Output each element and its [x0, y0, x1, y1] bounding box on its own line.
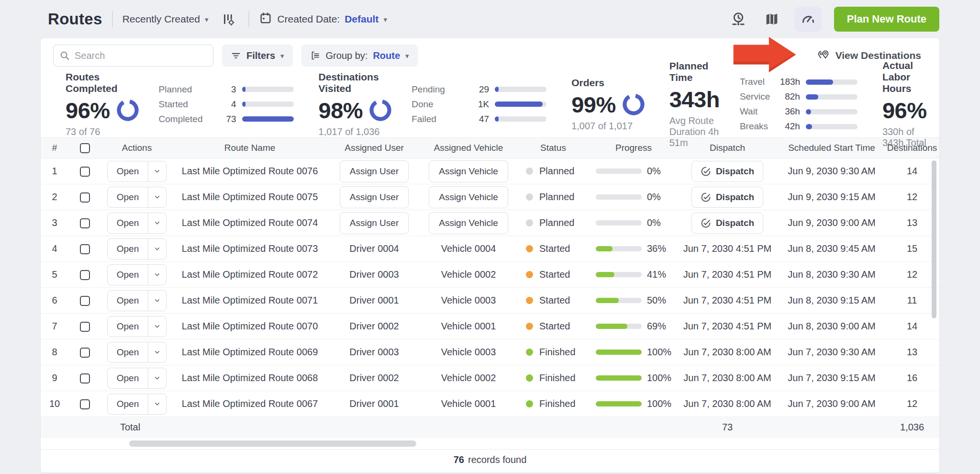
col-header-assigned-vehicle: Assigned Vehicle [422, 138, 515, 158]
kpi-bar-track [495, 116, 546, 122]
created-date-filter[interactable]: Created Date: Default ▾ [259, 11, 387, 27]
map-icon[interactable] [761, 9, 782, 30]
row-checkbox[interactable] [80, 244, 90, 254]
dispatch-button[interactable]: Dispatch [691, 161, 763, 182]
assigned-user[interactable]: Assign User [340, 186, 409, 208]
chevron-down-icon[interactable] [148, 368, 166, 388]
open-button[interactable]: Open [107, 264, 167, 285]
chevron-down-icon[interactable] [148, 316, 166, 337]
status-label: Planned [539, 217, 574, 228]
dispatch-button[interactable]: Dispatch [691, 213, 763, 234]
location-history-icon[interactable] [728, 9, 749, 30]
kpi-planned-time: Planned Time 343h Avg Route Duration 4h … [657, 76, 870, 133]
scheduled-start-time: Jun 7, 2030 9:15 AM [779, 365, 885, 391]
row-checkbox[interactable] [80, 322, 90, 332]
kpi-bar-track [806, 79, 858, 85]
open-button[interactable]: Open [107, 342, 167, 363]
col-header-scheduled-start: Scheduled Start Time [779, 138, 885, 158]
chevron-down-icon[interactable] [148, 187, 166, 207]
group-by-value: Route [373, 50, 400, 61]
open-button[interactable]: Open [107, 368, 167, 389]
status-label: Started [539, 243, 570, 254]
route-name: Last Mile Optimized Route 0073 [173, 236, 327, 262]
row-checkbox[interactable] [80, 296, 90, 306]
table-row: 2 Open Last Mile Optimized Route 0075 As… [41, 184, 939, 210]
dashboard-gauge-icon[interactable] [795, 7, 822, 32]
scheduled-start-time: Jun 7, 2030 9:00 AM [779, 391, 885, 417]
sort-dropdown[interactable]: Recently Created ▾ [122, 13, 209, 25]
caret-down-icon: ▾ [280, 52, 284, 59]
row-checkbox[interactable] [80, 218, 90, 228]
status-dot [526, 168, 533, 175]
chevron-down-icon[interactable] [148, 265, 166, 285]
scheduled-start-time: Jun 8, 2030 9:45 AM [779, 236, 885, 262]
open-button[interactable]: Open [107, 290, 167, 311]
open-label: Open [108, 161, 148, 181]
plan-new-route-button[interactable]: Plan New Route [834, 7, 939, 32]
group-by-button[interactable]: Group by: Route ▾ [301, 45, 418, 67]
open-button[interactable]: Open [107, 187, 167, 208]
dispatch-time: Jun 7, 2030 8:00 AM [683, 372, 771, 383]
kpi-bar-value: 3 [216, 84, 236, 95]
table-body: 1 Open Last Mile Optimized Route 0076 As… [41, 158, 939, 417]
created-date-label: Created Date: [277, 13, 340, 25]
table-toolbar: Filters ▾ Group by: Route ▾ [41, 38, 939, 73]
progress-bar [596, 169, 642, 174]
assigned-vehicle[interactable]: Assign Vehicle [429, 212, 508, 234]
destinations-pins-icon [816, 49, 831, 62]
row-checkbox[interactable] [80, 373, 90, 384]
dispatch-time: Jun 7, 2030 4:51 PM [683, 321, 772, 331]
columns-settings-icon[interactable] [218, 9, 239, 30]
kpi-value: 343h [669, 86, 720, 113]
scheduled-start-time: Jun 7, 2030 9:30 AM [779, 339, 885, 365]
open-button[interactable]: Open [107, 161, 167, 182]
col-header-status: Status [515, 138, 591, 158]
dispatch-time: Jun 7, 2030 8:00 AM [683, 398, 771, 409]
kpi-value: 99% [571, 91, 616, 118]
progress-bar [596, 375, 642, 381]
open-button[interactable]: Open [107, 394, 167, 415]
chevron-down-icon[interactable] [148, 291, 166, 311]
row-checkbox[interactable] [80, 399, 90, 409]
progress-value: 50% [647, 295, 666, 306]
kpi-mini-bars: Pending29Done1KFailed47 [412, 84, 546, 124]
assigned-user[interactable]: Assign User [340, 160, 409, 182]
row-checkbox[interactable] [80, 167, 90, 177]
open-button[interactable]: Open [107, 238, 167, 260]
progress-value: 100% [647, 347, 671, 358]
row-checkbox[interactable] [80, 270, 90, 280]
chevron-down-icon[interactable] [148, 213, 166, 233]
route-name: Last Mile Optimized Route 0070 [173, 314, 327, 339]
chevron-down-icon[interactable] [148, 394, 166, 414]
assigned-vehicle: Vehicle 0004 [441, 243, 496, 254]
destinations-count: 12 [885, 391, 939, 417]
kpi-subtitle: 73 of 76 [66, 126, 139, 137]
chevron-down-icon[interactable] [148, 239, 166, 259]
assigned-user[interactable]: Assign User [340, 212, 409, 234]
filters-button[interactable]: Filters ▾ [222, 45, 293, 67]
vertical-scrollbar-thumb[interactable] [932, 160, 936, 318]
kpi-bar-track [806, 124, 858, 129]
chevron-down-icon[interactable] [148, 161, 166, 181]
view-destinations-button[interactable]: View Destinations [816, 49, 921, 62]
dispatch-check-icon [701, 192, 711, 203]
chevron-down-icon[interactable] [148, 342, 166, 362]
kpi-value: 96% [882, 97, 927, 124]
select-all-checkbox[interactable] [80, 143, 90, 153]
assigned-vehicle[interactable]: Assign Vehicle [429, 186, 508, 208]
row-number: 7 [41, 314, 68, 339]
open-button[interactable]: Open [107, 316, 167, 337]
progress-bar [596, 272, 642, 277]
search-input[interactable] [53, 45, 213, 67]
row-checkbox[interactable] [80, 192, 90, 203]
horizontal-scrollbar-thumb[interactable] [129, 440, 416, 447]
row-number: 2 [41, 184, 68, 210]
assigned-vehicle[interactable]: Assign Vehicle [429, 160, 508, 182]
kpi-bar-track [242, 116, 294, 122]
open-button[interactable]: Open [107, 213, 167, 234]
routes-table: # Actions Route Name Assigned User Assig… [41, 137, 939, 438]
dispatch-button[interactable]: Dispatch [691, 187, 763, 208]
row-checkbox[interactable] [80, 348, 90, 358]
kpi-bar-track [242, 102, 294, 107]
progress-bar [596, 194, 642, 200]
